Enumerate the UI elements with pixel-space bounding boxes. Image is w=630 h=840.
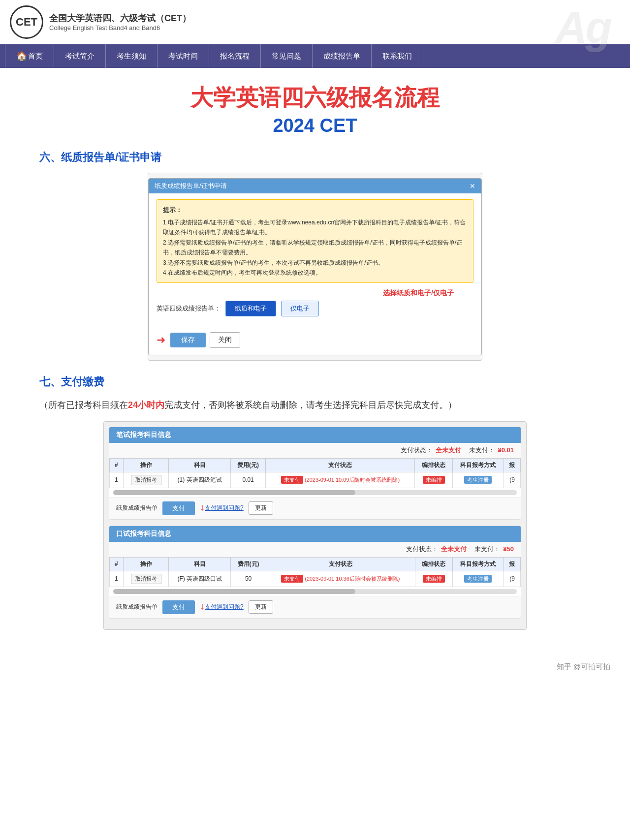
cell-pay-status-o: 未支付 (2023-09-01 10:36后随时会被系统删除) [266,571,415,587]
col-extra-o: 报 [504,557,520,571]
oral-unpaid-label: 未支付： [474,545,500,554]
nav-intro[interactable]: 考试简介 [54,44,106,68]
annotation-text: 选择纸质和电子/仅电子 [157,289,454,298]
oral-scrollbar[interactable] [113,589,517,594]
cell-action: 取消报考 [123,472,169,488]
written-exam-section: 笔试报考科目信息 支付状态： 全未支付 未支付： ¥0.01 # 操作 科目 费… [109,427,521,520]
note-suffix: 完成支付，否则将被系统自动删除，请考生选择完科目后尽快完成支付。） [164,400,457,410]
home-icon: 🏠 [16,51,27,62]
col-fee-o: 费用(元) [231,557,266,571]
nav-registration[interactable]: 报名流程 [209,44,261,68]
written-scrollbar[interactable] [113,490,517,495]
logo-text: 全国大学英语四、六级考试（CET） College English Test B… [49,12,191,31]
col-action: 操作 [123,458,169,472]
nav-score-report[interactable]: 成绩报告单 [313,44,372,68]
unranked-badge-o: 未编排 [423,575,445,583]
oral-pay-button[interactable]: 支付 [162,600,195,614]
option-paper-electronic[interactable]: 纸质和电子 [225,301,276,316]
cell-rank: 未编排 [415,472,452,488]
arrow-down-written: ↓ [200,501,205,513]
col-pay-status: 支付状态 [266,458,415,472]
cell-subject: (1) 英语四级笔试 [169,472,230,488]
page-title-sub: 2024 CET [39,115,591,136]
row-label: 英语四级成绩报告单： [157,304,220,313]
oral-table-header-row: # 操作 科目 费用(元) 支付状态 编排状态 科目报考方式 报 [110,557,521,571]
cell-fee: 0.01 [230,472,266,488]
dialog-window: 纸质成绩报告单/证书申请 ✕ 提示： 1.电子成绩报告单/证书开通下载后，考生可… [148,178,482,355]
arrow-down-oral: ↓ [200,600,205,612]
section6-dialog-screenshot: 纸质成绩报告单/证书申请 ✕ 提示： 1.电子成绩报告单/证书开通下载后，考生可… [148,173,482,361]
nav-schedule[interactable]: 考试时间 [158,44,209,68]
dialog-footer: ➜ 保存 关闭 [149,328,481,355]
oral-unpaid-amount: ¥50 [503,545,514,553]
written-status-row: 支付状态： 全未支付 未支付： ¥0.01 [109,443,521,458]
main-content: 大学英语四六级报名流程 2024 CET 六、纸质报告单/证书申请 纸质成绩报告… [0,68,630,653]
written-table: # 操作 科目 费用(元) 支付状态 编排状态 科目报考方式 报 1 [109,458,521,488]
logo-box: CET 全国大学英语四、六级考试（CET） College English Te… [10,5,191,39]
written-status-label: 支付状态： [401,446,433,455]
written-table-row: 1 取消报考 (1) 英语四级笔试 0.01 未支付 (2023-09-01 1… [110,472,521,488]
nav-bar: 🏠 首页 考试简介 考生须知 考试时间 报名流程 常见问题 成绩报告单 联系我们 [0,44,630,68]
written-scroll-thumb [113,490,355,495]
cancel-written-btn[interactable]: 取消报考 [131,475,161,485]
written-paper-label: 纸质成绩报告单 [116,504,158,512]
footer-watermark: 知乎 @可拍可拍 [0,653,630,680]
nav-notice[interactable]: 考生须知 [106,44,158,68]
col-rank-status-o: 编排状态 [415,557,452,571]
cell-num: 1 [110,472,124,488]
tips-title: 提示： [163,205,467,216]
nav-home[interactable]: 🏠 首页 [5,44,54,68]
close-button[interactable]: 关闭 [210,332,240,348]
oral-exam-section: 口试报考科目信息 支付状态： 全未支付 未支付： ¥50 # 操作 科目 费用(… [109,526,521,619]
tip-3: 3.选择不需要纸质成绩报告单/证书的考生，本次考试不再另收纸质成绩报告单/证书。 [163,258,467,268]
dialog-body: 提示： 1.电子成绩报告单/证书开通下载后，考生可登录www.neea.edu.… [149,193,481,328]
tip-2: 2.选择需要纸质成绩报告单/证书的考生，请临听从学校规定领取纸质成绩报告单/证书… [163,238,467,258]
oral-scroll-thumb [113,589,355,594]
col-extra: 报 [504,458,520,472]
written-section-header: 笔试报考科目信息 [109,427,521,443]
col-num: # [110,458,124,472]
nav-contact[interactable]: 联系我们 [372,44,423,68]
col-pay-status-o: 支付状态 [266,557,415,571]
oral-update-button[interactable]: 更新 [249,600,273,614]
oral-all-paid: 全未支付 [441,545,467,554]
col-reg-method-o: 科目报考方式 [452,557,504,571]
written-all-paid: 全未支付 [436,446,461,455]
unpaid-badge: 未支付 [281,476,303,484]
page-title-main: 大学英语四六级报名流程 [39,83,591,113]
note-prefix: （所有已报考科目须在 [39,400,128,410]
oral-section-header: 口试报考科目信息 [109,526,521,542]
section7-heading: 七、支付缴费 [39,374,591,389]
cell-pay-status: 未支付 (2023-09-01 10:09后随时会被系统删除) [266,472,415,488]
written-unpaid-amount: ¥0.01 [498,446,514,454]
nav-faq[interactable]: 常见问题 [261,44,313,68]
written-table-header-row: # 操作 科目 费用(元) 支付状态 编排状态 科目报考方式 报 [110,458,521,472]
cell-extra-o: (9 [504,571,520,587]
cet-logo: CET [10,5,43,39]
oral-payment-help-link[interactable]: 支付遇到问题? [205,603,244,611]
tip-4: 4.在成绩发布后规定时间内，考生可再次登录系统修改选项。 [163,268,467,278]
oral-status-row: 支付状态： 全未支付 未支付： ¥50 [109,542,521,557]
oral-table-wrap: # 操作 科目 费用(元) 支付状态 编排状态 科目报考方式 报 1 [109,557,521,587]
save-button[interactable]: 保存 [170,333,206,347]
dialog-close-x[interactable]: ✕ [470,182,475,190]
watermark-text: 知乎 @可拍可拍 [557,662,610,671]
written-payment-help-link[interactable]: 支付遇到问题? [205,504,244,512]
cell-action-o: 取消报考 [123,571,169,587]
unpaid-badge-o: 未支付 [281,575,303,583]
col-subject-o: 科目 [169,557,231,571]
unranked-badge: 未编排 [423,476,445,484]
written-pay-button[interactable]: 支付 [162,501,195,515]
option-electronic-only[interactable]: 仅电子 [281,301,319,316]
written-update-button[interactable]: 更新 [249,501,273,515]
dialog-title: 纸质成绩报告单/证书申请 [155,182,227,190]
cancel-oral-btn[interactable]: 取消报考 [131,574,161,584]
cell-extra: (9 [504,472,520,488]
col-rank-status: 编排状态 [415,458,452,472]
oral-table-footer: 纸质成绩报告单 支付 ↓ 支付遇到问题? 更新 [109,596,521,618]
col-action-o: 操作 [123,557,169,571]
dialog-tips-box: 提示： 1.电子成绩报告单/证书开通下载后，考生可登录www.neea.edu.… [157,199,473,283]
oral-table: # 操作 科目 费用(元) 支付状态 编排状态 科目报考方式 报 1 [109,557,521,587]
col-num-o: # [110,557,124,571]
cell-reg-method: 考生注册 [452,472,504,488]
